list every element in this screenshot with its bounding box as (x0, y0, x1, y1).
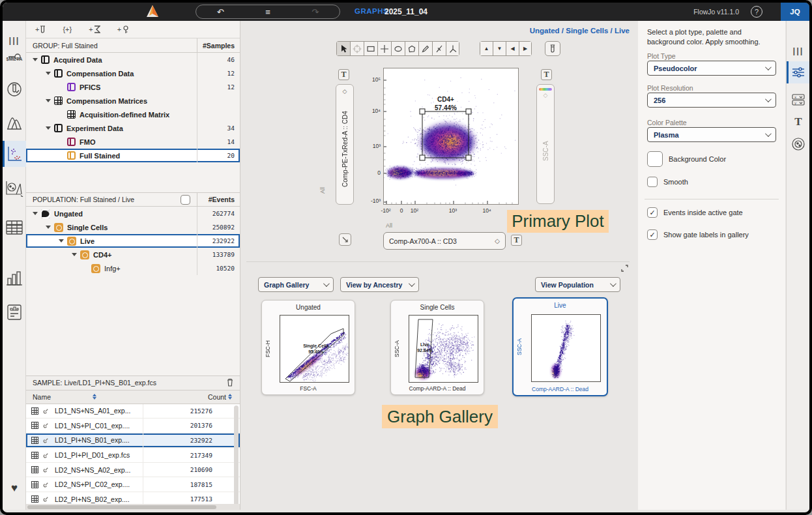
polygon-gate-tool-button[interactable] (405, 41, 418, 56)
histogram-view-icon[interactable] (3, 112, 26, 134)
select-tool-button[interactable] (336, 41, 350, 56)
group-tree-item[interactable]: PFICS12 (26, 80, 240, 94)
horizontal-scrollbar[interactable] (26, 504, 240, 510)
layout-editor-icon[interactable] (3, 301, 26, 323)
disclosure-toggle[interactable] (46, 126, 51, 130)
qc-tube-icon[interactable] (3, 78, 26, 100)
color-palette-dropdown[interactable]: Plasma (647, 127, 776, 142)
background-color-swatch[interactable] (647, 151, 663, 167)
view-population-dropdown[interactable]: View Population (535, 277, 620, 292)
secondary-axis-text-button[interactable]: T (541, 69, 552, 80)
gallery-thumb-single-cells[interactable]: Single Cells SSC-A Live92.84% Comp-AARD-… (390, 300, 484, 395)
top-bar: ↶ ≡ ↷ GRAPHS 2025_11_04 FlowJo v11.1.0 ?… (3, 3, 809, 21)
trash-icon[interactable] (227, 378, 233, 388)
name-column-header[interactable]: Name (33, 393, 51, 401)
sample-row[interactable]: LD1_NS+PI_C01_exp....201376 (26, 419, 240, 434)
axis-options-icon[interactable]: xy (787, 89, 809, 111)
settings-intro: Select a plot type, palette and backgrou… (647, 27, 777, 47)
add-keyword-button[interactable]: + (117, 25, 130, 34)
add-statistic-button[interactable]: + (89, 25, 100, 33)
pencil-gate-tool-button[interactable] (418, 41, 432, 56)
disclosure-toggle[interactable] (59, 239, 64, 243)
group-tree-item[interactable]: Acquisition-defined Matrix (26, 108, 240, 121)
view-by-dropdown[interactable]: View by Ancestry (340, 277, 419, 292)
y-axis-selector[interactable]: ◇ Comp-PE-TxRed-A :: CD4 (336, 84, 354, 205)
gate-label[interactable]: CD4+57.44% (423, 96, 469, 112)
x-axis-selector[interactable]: Comp-Ax700-A :: CD3 ◇ (383, 232, 506, 250)
population-tree-item[interactable]: CD4+133789 (26, 248, 240, 261)
plot-resolution-dropdown[interactable]: 256 (647, 93, 776, 108)
group-tree-item[interactable]: Compensation Matrices (26, 94, 240, 108)
gate-options-icon[interactable] (787, 133, 809, 155)
population-tree-item[interactable]: Ungated262774 (26, 207, 240, 220)
magnetic-gate-tool-button[interactable] (350, 41, 364, 56)
sample-tube-button[interactable] (545, 41, 560, 56)
add-sample-button[interactable]: + (35, 25, 46, 34)
group-tree-item[interactable]: Experiment Data34 (26, 121, 240, 135)
count-column-header[interactable]: Count (208, 393, 226, 401)
smooth-checkbox[interactable] (647, 177, 658, 187)
sample-row[interactable]: LD2_NS+NS_A02_exp...210690 (26, 463, 240, 478)
population-checkbox[interactable] (181, 195, 190, 205)
gallery-thumb-ungated[interactable]: Ungated FSC-H Single Cells95.40% FSC-A (261, 300, 355, 395)
vertical-scrollbar[interactable] (234, 405, 239, 505)
show-gate-labels-label: Show gate labels in gallery (663, 231, 749, 239)
count-sort-icon[interactable] (228, 394, 232, 400)
add-group-button[interactable]: {+} (63, 25, 72, 33)
axis-transform-icon[interactable]: ◇ (495, 237, 500, 244)
disclosure-toggle[interactable] (72, 253, 77, 256)
graphs-view-icon[interactable] (3, 141, 26, 167)
bisector-tool-button[interactable] (432, 41, 446, 56)
collapse-settings-icon[interactable]: ||| (787, 39, 809, 61)
quad-gate-tool-button[interactable] (377, 41, 391, 56)
gating-tools-icon[interactable] (3, 177, 26, 199)
sample-row[interactable]: LD2_PI+NS_B02_exp....177513 (26, 492, 240, 504)
show-gate-labels-checkbox[interactable]: ✓ (647, 229, 658, 240)
rectangle-gate-tool-button[interactable] (364, 41, 377, 56)
user-avatar[interactable]: JQ (781, 3, 809, 21)
arrow-up-button[interactable]: ▲ (480, 41, 493, 56)
resize-plot-icon[interactable] (339, 233, 351, 246)
plot-settings-icon[interactable] (787, 61, 809, 83)
arrow-left-button[interactable]: ◀ (506, 41, 519, 56)
text-options-icon[interactable]: T (787, 111, 809, 133)
y-axis-text-button[interactable]: T (338, 69, 349, 80)
disclosure-toggle[interactable] (33, 58, 38, 61)
table-editor-icon[interactable] (3, 216, 26, 239)
gallery-mode-dropdown[interactable]: Graph Gallery (258, 277, 334, 292)
sample-row[interactable]: LD1_NS+NS_A01_exp...215276 (26, 404, 240, 419)
name-sort-icon[interactable] (93, 394, 96, 400)
disclosure-toggle[interactable] (46, 226, 51, 229)
help-button[interactable]: ? (751, 6, 762, 18)
population-tree-item[interactable]: Single Cells250892 (26, 220, 240, 234)
arrow-down-button[interactable]: ▼ (493, 41, 506, 56)
trisector-tool-button[interactable] (446, 41, 459, 56)
primary-plot-canvas[interactable]: CD4+57.44% (383, 68, 519, 205)
events-inside-gate-checkbox[interactable]: ✓ (647, 207, 658, 218)
group-tree-item-selected[interactable]: Full Stained20 (26, 149, 240, 162)
sample-row[interactable]: LD1_PI+PI_D01_exp.fcs217349 (26, 448, 240, 463)
arrow-right-button[interactable]: ▶ (519, 41, 532, 56)
axis-transform-icon[interactable]: ◇ (343, 88, 347, 95)
secondary-axis-selector[interactable]: ◇ SSC-A (536, 84, 555, 204)
ellipse-gate-tool-button[interactable] (391, 41, 405, 56)
x-axis-text-button[interactable]: T (511, 235, 522, 246)
group-tree-item[interactable]: Acquired Data46 (26, 53, 240, 66)
population-tree-item[interactable]: Infg+10520 (26, 261, 240, 275)
favorites-heart-icon[interactable]: ♥ (3, 477, 26, 499)
sample-bar-label: SAMPLE: Live/LD1_PI+NS_B01_exp.fcs (33, 379, 227, 387)
group-tree-item[interactable]: Compensation Data12 (26, 66, 240, 80)
gallery-thumb-live-selected[interactable]: Live SSC-A Comp-AARD-A :: Dead (512, 297, 608, 396)
group-tree-item[interactable]: FMO14 (26, 135, 240, 149)
population-tree-item-selected[interactable]: Live232922 (26, 234, 240, 248)
disclosure-toggle[interactable] (46, 99, 51, 102)
expand-gallery-icon[interactable] (621, 265, 628, 274)
disclosure-toggle[interactable] (33, 212, 38, 215)
chart-editor-icon[interactable] (3, 267, 26, 289)
plot-type-dropdown[interactable]: Pseudocolor (647, 61, 776, 76)
sample-row[interactable]: LD2_NS+PI_C02_exp....187815 (26, 477, 240, 492)
breadcrumb[interactable]: Ungated / Single Cells / Live (530, 27, 630, 35)
smooth-label: Smooth (663, 178, 688, 186)
disclosure-toggle[interactable] (46, 72, 51, 75)
sample-row-selected[interactable]: LD1_PI+NS_B01_exp....232922 (26, 434, 240, 449)
